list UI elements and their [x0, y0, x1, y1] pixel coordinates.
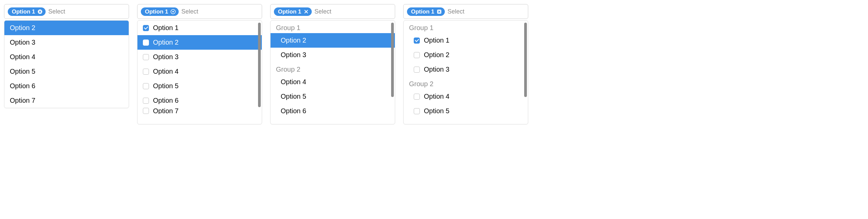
- chip-label: Option 1: [411, 9, 434, 15]
- dropdown-menu: Option 2 Option 3 Option 4 Option 5 Opti…: [4, 20, 129, 108]
- option-item[interactable]: Option 6: [4, 79, 129, 93]
- checkbox-icon: [143, 108, 149, 114]
- option-item[interactable]: Option 5: [137, 79, 262, 93]
- option-item[interactable]: Option 4: [404, 89, 528, 104]
- selected-chip: Option 1: [8, 7, 46, 16]
- svg-point-2: [172, 11, 174, 12]
- dropdown-menu: Group 1 Option 2 Option 3 Group 2 Option…: [270, 20, 395, 124]
- option-item[interactable]: Option 5: [404, 104, 528, 118]
- option-item[interactable]: Option 4: [4, 50, 129, 64]
- checkbox-icon: [414, 52, 420, 58]
- option-item[interactable]: Option 3: [4, 35, 129, 50]
- option-item[interactable]: Option 2: [4, 21, 129, 35]
- dropdown-menu: Option 1 Option 2 Option 3 Option 4 Opti…: [137, 20, 262, 124]
- selected-chip: Option 1: [407, 7, 445, 16]
- option-item[interactable]: Option 3: [137, 50, 262, 64]
- option-item[interactable]: Option 4: [271, 75, 395, 89]
- placeholder-text: Select: [48, 8, 65, 15]
- placeholder-text: Select: [314, 8, 331, 15]
- checkbox-icon: [414, 38, 420, 44]
- option-item[interactable]: Option 6: [271, 104, 395, 118]
- group-label: Group 1: [271, 21, 395, 33]
- select-input[interactable]: Option 1 Select: [270, 4, 395, 19]
- select-input[interactable]: Option 1 Select: [403, 4, 528, 19]
- checkbox-icon: [414, 108, 420, 114]
- checkbox-icon: [143, 98, 149, 104]
- option-item[interactable]: Option 3: [271, 48, 395, 62]
- multiselect-checkbox: Option 1 Select Option 1 Option 2 Option…: [137, 4, 262, 124]
- scrollbar[interactable]: [258, 23, 261, 107]
- option-item[interactable]: Option 5: [271, 89, 395, 104]
- checkbox-icon: [414, 94, 420, 100]
- remove-chip-icon[interactable]: [436, 9, 442, 15]
- option-item[interactable]: Option 2: [137, 35, 262, 50]
- remove-chip-icon[interactable]: [170, 9, 176, 15]
- scrollbar[interactable]: [524, 23, 527, 97]
- chip-label: Option 1: [12, 9, 35, 15]
- checkbox-icon: [143, 40, 149, 46]
- multiselect-grouped: Option 1 Select Group 1 Option 2 Option …: [270, 4, 395, 124]
- chip-label: Option 1: [278, 9, 301, 15]
- checkbox-icon: [143, 83, 149, 89]
- checkbox-icon: [414, 67, 420, 73]
- select-input[interactable]: Option 1 Select: [4, 4, 129, 19]
- multiselect-basic: Option 1 Select Option 2 Option 3 Option…: [4, 4, 129, 108]
- checkbox-icon: [143, 69, 149, 75]
- multiselect-grouped-checkbox: Option 1 Select Group 1 Option 1 Option …: [403, 4, 528, 124]
- selected-chip: Option 1: [141, 7, 179, 16]
- option-item[interactable]: Option 4: [137, 64, 262, 79]
- option-item[interactable]: Option 7: [137, 108, 262, 114]
- placeholder-text: Select: [181, 8, 198, 15]
- option-item[interactable]: Option 2: [271, 33, 395, 48]
- option-item[interactable]: Option 2: [404, 48, 528, 62]
- group-label: Group 2: [271, 62, 395, 75]
- scrollbar[interactable]: [391, 23, 394, 97]
- select-input[interactable]: Option 1 Select: [137, 4, 262, 19]
- checkbox-icon: [143, 25, 149, 31]
- checkbox-icon: [143, 54, 149, 60]
- option-item[interactable]: Option 1: [137, 21, 262, 35]
- remove-chip-icon[interactable]: [303, 9, 309, 15]
- option-item[interactable]: Option 6: [137, 93, 262, 108]
- option-item[interactable]: Option 3: [404, 62, 528, 77]
- group-label: Group 2: [404, 77, 528, 89]
- placeholder-text: Select: [448, 8, 464, 15]
- option-item[interactable]: Option 5: [4, 64, 129, 79]
- selected-chip: Option 1: [274, 7, 312, 16]
- option-item[interactable]: Option 7: [4, 93, 129, 108]
- option-item[interactable]: Option 1: [404, 33, 528, 48]
- dropdown-menu: Group 1 Option 1 Option 2 Option 3 Group…: [403, 20, 528, 124]
- chip-label: Option 1: [145, 9, 168, 15]
- remove-chip-icon[interactable]: [37, 9, 43, 15]
- group-label: Group 1: [404, 21, 528, 33]
